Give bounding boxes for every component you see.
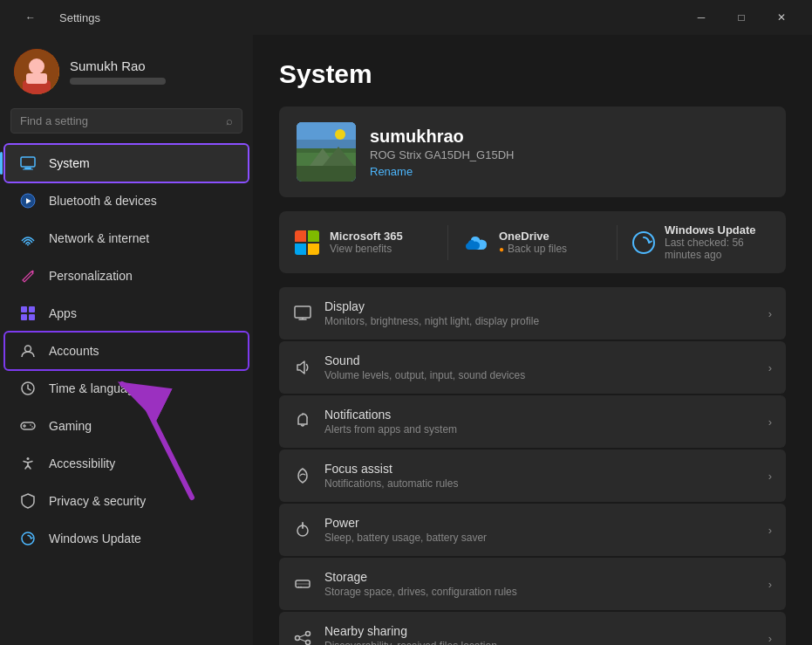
svg-rect-6	[23, 169, 33, 170]
settings-item-text-focus: Focus assist Notifications, automatic ru…	[324, 462, 458, 490]
svg-rect-4	[21, 157, 35, 167]
svg-rect-11	[21, 314, 27, 320]
svg-rect-25	[297, 166, 356, 182]
onedrive-icon	[462, 229, 490, 257]
sidebar-item-system[interactable]: System	[5, 145, 248, 182]
svg-point-19	[31, 426, 33, 428]
settings-item-power[interactable]: Power Sleep, battery usage, battery save…	[279, 504, 786, 556]
profile-image-svg	[297, 122, 356, 182]
windows-update-quick-icon	[631, 229, 656, 257]
sidebar-item-network[interactable]: Network & internet	[5, 220, 248, 257]
svg-point-27	[335, 129, 345, 140]
settings-item-nearby-sharing[interactable]: Nearby sharing Discoverability, received…	[279, 612, 786, 645]
svg-rect-26	[297, 140, 356, 153]
settings-item-sound[interactable]: Sound Volume levels, output, input, soun…	[279, 341, 786, 394]
maximize-button[interactable]: □	[721, 3, 761, 31]
sidebar-item-label-accessibility: Accessibility	[49, 456, 115, 470]
settings-item-text-nearby: Nearby sharing Discoverability, received…	[324, 624, 497, 645]
profile-info: sumukhrao ROG Strix GA15DH_G15DH Rename	[370, 127, 514, 178]
profile-device: ROG Strix GA15DH_G15DH	[370, 148, 514, 161]
svg-point-13	[25, 346, 31, 352]
rename-link[interactable]: Rename	[370, 165, 514, 178]
quick-link-ms365[interactable]: Microsoft 365 View benefits	[293, 229, 433, 257]
settings-item-title-focus: Focus assist	[324, 462, 458, 476]
settings-item-desc-focus: Notifications, automatic rules	[324, 477, 458, 490]
settings-item-text-power: Power Sleep, battery usage, battery save…	[324, 516, 487, 544]
sidebar-item-windows-update[interactable]: Windows Update	[5, 520, 248, 557]
avatar	[14, 49, 59, 94]
onedrive-text: OneDrive ● Back up files	[499, 230, 567, 255]
app-title: Settings	[59, 11, 100, 24]
svg-rect-31	[295, 306, 310, 318]
avatar-image	[14, 49, 59, 94]
sidebar: Sumukh Rao ⌕ System	[0, 35, 253, 645]
settings-item-desc-storage: Storage space, drives, configuration rul…	[324, 586, 517, 598]
sidebar-item-bluetooth[interactable]: Bluetooth & devices	[5, 182, 248, 219]
close-button[interactable]: ✕	[761, 3, 802, 31]
onedrive-dot: ●	[499, 244, 504, 254]
svg-rect-10	[29, 306, 35, 312]
title-bar-left: ← Settings	[10, 3, 100, 31]
sidebar-item-label-network: Network & internet	[49, 231, 149, 245]
notifications-icon	[293, 412, 312, 431]
title-bar-controls: ─ □ ✕	[681, 3, 802, 31]
sidebar-item-label-gaming: Gaming	[49, 419, 92, 433]
sidebar-item-gaming[interactable]: Gaming	[5, 408, 248, 444]
ms365-title: Microsoft 365	[330, 230, 403, 243]
search-input[interactable]	[20, 114, 219, 127]
sidebar-item-label-windows-update: Windows Update	[49, 532, 141, 546]
sidebar-item-time[interactable]: Time & language	[5, 370, 248, 407]
privacy-icon	[19, 492, 37, 510]
divider-1	[447, 225, 448, 260]
settings-item-left-power: Power Sleep, battery usage, battery save…	[293, 516, 487, 544]
ms365-subtitle: View benefits	[330, 243, 403, 255]
sidebar-item-accounts[interactable]: Accounts	[5, 333, 248, 369]
profile-left: sumukhrao ROG Strix GA15DH_G15DH Rename	[297, 122, 514, 182]
search-box: ⌕	[10, 108, 242, 134]
power-icon	[293, 520, 312, 539]
settings-item-left-nearby: Nearby sharing Discoverability, received…	[293, 624, 497, 645]
svg-rect-3	[26, 73, 47, 84]
settings-item-storage[interactable]: Storage Storage space, drives, configura…	[279, 558, 786, 610]
chevron-power: ›	[768, 524, 772, 537]
sidebar-item-personalization[interactable]: Personalization	[5, 257, 248, 294]
avatar-svg	[14, 49, 59, 94]
svg-point-40	[296, 636, 300, 641]
time-icon	[19, 380, 37, 397]
chevron-sound: ›	[768, 361, 772, 374]
settings-item-text-notifications: Notifications Alerts from apps and syste…	[324, 408, 457, 436]
settings-item-title-power: Power	[324, 516, 487, 530]
quick-links-bar: Microsoft 365 View benefits OneDrive ●	[279, 211, 786, 273]
sidebar-item-accessibility[interactable]: Accessibility	[5, 445, 248, 482]
ms365-text: Microsoft 365 View benefits	[330, 230, 403, 255]
sound-icon	[293, 358, 312, 377]
back-button[interactable]: ←	[10, 3, 51, 31]
settings-item-desc-display: Monitors, brightness, night light, displ…	[324, 315, 539, 327]
svg-point-42	[306, 641, 310, 645]
gaming-icon	[19, 417, 37, 435]
divider-2	[617, 225, 618, 260]
settings-item-text-storage: Storage Storage space, drives, configura…	[324, 570, 517, 598]
svg-rect-12	[29, 314, 35, 320]
sidebar-item-apps[interactable]: Apps	[5, 295, 248, 332]
settings-item-notifications[interactable]: Notifications Alerts from apps and syste…	[279, 395, 786, 448]
display-icon	[293, 304, 312, 323]
minimize-button[interactable]: ─	[681, 3, 721, 31]
title-bar: ← Settings ─ □ ✕	[0, 0, 812, 35]
quick-link-windows-update[interactable]: Windows Update Last checked: 56 minutes …	[631, 223, 772, 261]
settings-item-left-notifications: Notifications Alerts from apps and syste…	[293, 408, 457, 436]
search-icon: ⌕	[226, 114, 233, 127]
sidebar-item-label-bluetooth: Bluetooth & devices	[49, 194, 157, 208]
chevron-focus: ›	[768, 470, 772, 483]
settings-item-display[interactable]: Display Monitors, brightness, night ligh…	[279, 287, 786, 340]
settings-item-left-focus: Focus assist Notifications, automatic ru…	[293, 462, 458, 490]
svg-rect-9	[21, 306, 27, 312]
quick-link-onedrive[interactable]: OneDrive ● Back up files	[462, 229, 603, 257]
settings-item-focus-assist[interactable]: Focus assist Notifications, automatic ru…	[279, 449, 786, 502]
apps-icon	[19, 305, 37, 322]
sidebar-item-privacy[interactable]: Privacy & security	[5, 483, 248, 519]
storage-icon	[293, 574, 312, 594]
nav-list: System Bluetooth & devices	[0, 144, 253, 558]
svg-point-38	[298, 587, 300, 588]
search-container: ⌕	[0, 105, 253, 144]
